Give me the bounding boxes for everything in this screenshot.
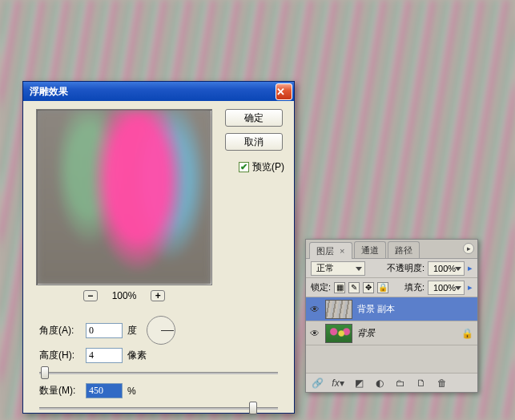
layer-row[interactable]: 👁 背景 副本 — [306, 297, 477, 321]
cancel-button[interactable]: 取消 — [225, 133, 283, 151]
amount-slider[interactable] — [39, 401, 278, 415]
ok-button[interactable]: 确定 — [225, 109, 283, 127]
panel-menu-button[interactable] — [463, 243, 474, 254]
zoom-percent: 100% — [112, 290, 137, 301]
eye-icon: 👁 — [310, 328, 320, 339]
layer-thumbnail[interactable] — [325, 300, 352, 319]
preview-image — [37, 110, 211, 285]
height-input[interactable] — [86, 348, 123, 363]
layer-thumbnail[interactable] — [325, 324, 352, 343]
group-icon[interactable]: 🗀 — [394, 377, 407, 390]
lock-all-icon[interactable]: 🔒 — [377, 282, 388, 293]
height-slider[interactable] — [39, 365, 278, 380]
amount-label: 数量(M): — [39, 384, 82, 398]
tab-paths[interactable]: 路径 — [388, 241, 420, 258]
layer-name[interactable]: 背景 — [357, 327, 461, 339]
blend-mode-select[interactable]: 正常 — [311, 261, 365, 276]
zoom-out-button[interactable]: − — [83, 290, 98, 301]
layer-list: 👁 背景 副本 👁 背景 🔒 — [306, 297, 477, 373]
fill-select[interactable]: 100% — [428, 281, 465, 295]
height-unit: 像素 — [127, 349, 147, 362]
close-button[interactable]: ✕ — [276, 83, 292, 100]
angle-input[interactable] — [86, 323, 123, 338]
minus-icon: − — [87, 290, 93, 301]
opacity-label: 不透明度: — [387, 262, 424, 274]
layer-row[interactable]: 👁 背景 🔒 — [306, 321, 477, 345]
preview-label: 预览(P) — [252, 160, 284, 174]
tab-channels[interactable]: 通道 — [354, 241, 386, 258]
opacity-select[interactable]: 100% — [428, 261, 465, 276]
effect-preview[interactable] — [36, 109, 212, 285]
fill-label: 填充: — [404, 281, 424, 293]
angle-unit: 度 — [127, 324, 137, 337]
tab-close-icon[interactable]: × — [340, 246, 344, 256]
adjustment-icon[interactable]: ◐ — [373, 377, 386, 390]
amount-input[interactable] — [86, 383, 123, 398]
visibility-toggle[interactable]: 👁 — [306, 328, 324, 339]
lock-move-icon[interactable]: ✥ — [363, 282, 374, 293]
angle-label: 角度(A): — [39, 324, 82, 337]
height-label: 高度(H): — [39, 349, 82, 362]
preview-checkbox[interactable]: ✔ — [239, 162, 249, 172]
tab-layers[interactable]: 图层 × — [309, 242, 352, 259]
trash-icon[interactable]: 🗑 — [436, 377, 449, 390]
link-layers-icon[interactable]: 🔗 — [311, 377, 324, 390]
layers-panel: 图层 × 通道 路径 正常 不透明度: 100% ▸ 锁定: ▦ ✎ ✥ 🔒 填… — [305, 239, 478, 393]
layer-name[interactable]: 背景 副本 — [357, 303, 477, 315]
lock-icon: 🔒 — [461, 328, 477, 339]
panel-footer: 🔗 fx▾ ◩ ◐ 🗀 🗋 🗑 — [306, 373, 477, 392]
amount-unit: % — [127, 386, 136, 397]
opacity-arrow-icon[interactable]: ▸ — [468, 263, 473, 273]
zoom-in-button[interactable]: + — [151, 290, 165, 301]
plus-icon: + — [155, 290, 161, 301]
dialog-title: 浮雕效果 — [30, 85, 276, 99]
lock-brush-icon[interactable]: ✎ — [348, 282, 360, 293]
dialog-titlebar[interactable]: 浮雕效果 ✕ — [23, 82, 294, 101]
fill-arrow-icon[interactable]: ▸ — [468, 282, 473, 293]
lock-transparent-icon[interactable]: ▦ — [334, 282, 345, 293]
fx-icon[interactable]: fx▾ — [332, 377, 344, 390]
angle-dial[interactable] — [147, 316, 175, 345]
visibility-toggle[interactable]: 👁 — [306, 304, 324, 315]
close-icon: ✕ — [276, 86, 292, 98]
eye-icon: 👁 — [310, 304, 320, 315]
emboss-dialog: 浮雕效果 ✕ 确定 取消 ✔ 预览(P) − 100% + 角度(A): — [22, 81, 295, 414]
new-layer-icon[interactable]: 🗋 — [415, 377, 428, 390]
mask-icon[interactable]: ◩ — [352, 377, 365, 390]
lock-label: 锁定: — [311, 281, 331, 293]
